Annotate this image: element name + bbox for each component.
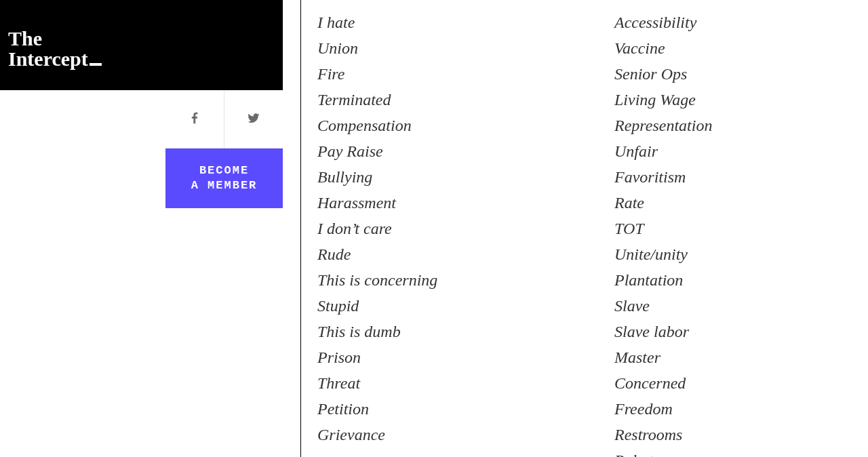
term-item: Vaccine xyxy=(614,35,868,61)
twitter-icon xyxy=(247,111,260,127)
term-item: Restrooms xyxy=(614,422,868,448)
term-item: This is concerning xyxy=(317,267,571,293)
term-item: Terminated xyxy=(317,87,571,113)
term-item: I hate xyxy=(317,9,571,35)
share-row xyxy=(165,90,283,148)
logo-cursor-icon xyxy=(90,63,102,66)
term-item: Prison xyxy=(317,344,571,370)
term-item: Slave labor xyxy=(614,319,868,344)
term-item: Senior Ops xyxy=(614,61,868,87)
term-item: Plantation xyxy=(614,267,868,293)
member-line-1: BECOME xyxy=(199,163,249,178)
term-item: TOT xyxy=(614,216,868,241)
share-facebook-button[interactable] xyxy=(165,90,224,148)
facebook-icon xyxy=(188,111,201,127)
term-item: Living Wage xyxy=(614,87,868,113)
logo-word: Intercept xyxy=(8,49,88,69)
term-item: Threat xyxy=(317,370,571,396)
term-item: Fire xyxy=(317,61,571,87)
term-item: Slave xyxy=(614,293,868,319)
terms-column-right: AccessibilityVaccineSenior OpsLiving Wag… xyxy=(614,0,868,457)
logo-line-2: Intercept xyxy=(8,49,283,69)
term-item: Rate xyxy=(614,190,868,216)
member-line-2: A MEMBER xyxy=(191,178,258,193)
term-item: Unite/unity xyxy=(614,241,868,267)
term-item: Stupid xyxy=(317,293,571,319)
term-item: Pay Raise xyxy=(317,138,571,164)
term-item: Favoritism xyxy=(614,164,868,190)
share-twitter-button[interactable] xyxy=(224,90,283,148)
site-logo[interactable]: The Intercept xyxy=(0,0,283,90)
term-item: Compensation xyxy=(317,113,571,138)
term-item: Concerned xyxy=(614,370,868,396)
term-item: Grievance xyxy=(317,422,571,448)
term-item: Master xyxy=(614,344,868,370)
term-item: Accessibility xyxy=(614,9,868,35)
term-item: Unfair xyxy=(614,138,868,164)
term-item: Freedom xyxy=(614,396,868,422)
term-item: Bullying xyxy=(317,164,571,190)
term-item: Rude xyxy=(317,241,571,267)
term-item: Petition xyxy=(317,396,571,422)
term-item: I don’t care xyxy=(317,216,571,241)
term-item: Representation xyxy=(614,113,868,138)
term-item: Harassment xyxy=(317,190,571,216)
logo-line-1: The xyxy=(8,28,283,49)
become-member-button[interactable]: BECOME A MEMBER xyxy=(165,148,283,208)
article-sidebar: BECOME A MEMBER xyxy=(165,90,283,208)
term-item: This is dumb xyxy=(317,319,571,344)
terms-column-left: I hateUnionFireTerminatedCompensationPay… xyxy=(317,0,571,457)
term-item: Union xyxy=(317,35,571,61)
article-body: I hateUnionFireTerminatedCompensationPay… xyxy=(300,0,868,457)
term-item: Robots xyxy=(614,448,868,457)
